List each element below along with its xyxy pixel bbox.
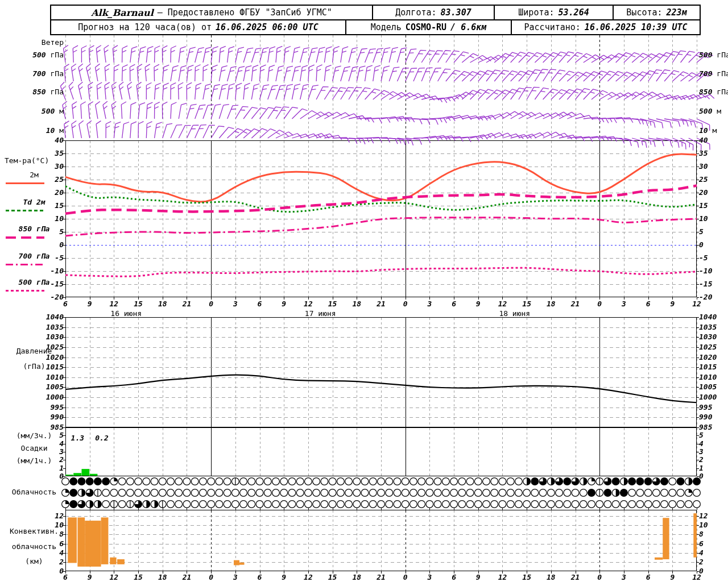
calc-label: Рассчитано:	[524, 22, 581, 32]
pressure-ytick-left: 1010	[5, 373, 64, 381]
hour-label-bottom-axis: 9	[470, 573, 486, 581]
precip-ytick-right: 1	[699, 464, 704, 472]
hour-label-temp-axis: 18	[349, 300, 365, 307]
temp-ytick-left: -10	[5, 267, 64, 275]
hour-label-temp-axis: 12	[106, 300, 122, 307]
hour-label-temp-axis: 9	[470, 300, 486, 307]
hour-label-temp-axis: 6	[252, 300, 268, 307]
wind-level-value: 10	[699, 126, 708, 135]
precip-ytick-right: 5	[699, 431, 704, 439]
pressure-ytick-right: 1005	[699, 383, 717, 390]
hour-label-bottom-axis: 6	[57, 573, 73, 581]
conv-ytick-right: 10	[699, 521, 708, 529]
conv-ytick-right: 2	[699, 558, 704, 566]
precip-ytick-right: 3	[699, 448, 704, 455]
hour-label-temp-axis: 21	[568, 300, 584, 307]
pressure-ytick-right: 1035	[699, 323, 717, 331]
temp-ytick-right: 10	[699, 215, 708, 222]
header-station-cell: Alk_Barnaul — Предоставлено ФГБУ "ЗапСиб…	[51, 6, 372, 19]
hour-label-bottom-axis: 15	[130, 573, 146, 581]
forecast-start-value: 16.06.2025 06:00 UTC	[216, 22, 318, 32]
pressure-ytick-left: 995	[5, 404, 64, 411]
pressure-ytick-left: 985	[5, 423, 64, 431]
latitude-label: Широта:	[518, 7, 554, 18]
station-name: Alk_Barnaul	[91, 7, 154, 18]
hour-label-bottom-axis: 18	[349, 573, 365, 581]
precip-ytick-left: 3	[5, 448, 64, 455]
conv-ytick-left: 8	[5, 530, 64, 538]
latitude-value: 53.264	[559, 7, 589, 18]
day-label: 16 июня	[107, 310, 146, 317]
cloud-panel-title: Облачность	[5, 488, 64, 496]
temp-ytick-right: 40	[699, 136, 708, 144]
wind-level-value: 10	[46, 126, 55, 135]
temp-ytick-right: 5	[699, 228, 704, 235]
hour-label-temp-axis: 21	[179, 300, 195, 307]
precip-ytick-left: 5	[5, 431, 64, 439]
wind-level-unit: гПа	[51, 88, 64, 96]
forecast-label: Прогноз на 120 часа(ов) от	[78, 22, 212, 32]
model-name: COSMO-RU	[406, 22, 446, 32]
legend-line-t850	[6, 236, 44, 239]
wind-level-value: 700	[699, 69, 712, 78]
hour-label-bottom-axis: 0	[398, 573, 413, 581]
hour-label-temp-axis: 3	[616, 300, 632, 307]
hour-label-bottom-axis: 3	[421, 573, 437, 581]
temp-ytick-right: -5	[699, 254, 708, 261]
precip-ytick-left: 2	[5, 456, 64, 463]
day-label: 17 июня	[301, 310, 340, 317]
hour-label-bottom-axis: 21	[568, 573, 584, 581]
hour-label-temp-axis: 18	[543, 300, 559, 307]
pressure-ytick-right: 985	[699, 423, 712, 431]
temp-ytick-left: 15	[5, 202, 64, 209]
hour-label-bottom-axis: 15	[519, 573, 535, 581]
wind-level-unit: м	[717, 107, 721, 115]
wind-level-unit: гПа	[717, 69, 728, 78]
hour-label-bottom-axis: 15	[325, 573, 341, 581]
hour-label-temp-axis: 18	[155, 300, 171, 307]
model-resolution: / 6.6км	[450, 22, 486, 32]
hour-label-temp-axis: 3	[228, 300, 243, 307]
wind-level-value: 500	[32, 51, 46, 59]
wind-level-label: 850 гПа	[5, 88, 64, 96]
hour-label-bottom-axis: 12	[300, 573, 316, 581]
hour-label-bottom-axis: 6	[446, 573, 462, 581]
wind-panel-title: Ветер	[5, 39, 64, 47]
hour-label-temp-axis: 9	[276, 300, 292, 307]
hour-label-temp-axis: 0	[592, 300, 607, 307]
hour-label-temp-axis: 9	[664, 300, 680, 307]
pressure-ytick-left: 1030	[5, 333, 64, 340]
wind-level-unit: гПа	[717, 88, 728, 96]
temp-ytick-left: -5	[5, 254, 64, 261]
wind-level-value: 700	[32, 69, 46, 78]
precip-ytick-right: 4	[699, 440, 704, 447]
temp-ytick-left: 30	[5, 163, 64, 170]
hour-label-temp-axis: 0	[398, 300, 413, 307]
temp-ytick-left: 40	[5, 136, 64, 144]
hour-label-bottom-axis: 18	[155, 573, 171, 581]
hour-label-bottom-axis: 3	[616, 573, 632, 581]
precip-ytick-left: 0	[5, 472, 64, 480]
hour-label-temp-axis: 21	[373, 300, 389, 307]
hour-label-temp-axis: 9	[82, 300, 98, 307]
temp-ytick-left: -20	[5, 293, 64, 301]
wind-level-label: 850 гПа	[699, 88, 728, 96]
hour-label-temp-axis: 12	[494, 300, 510, 307]
hour-label-bottom-axis: 9	[664, 573, 680, 581]
pressure-ytick-left: 1000	[5, 393, 64, 401]
hour-label-temp-axis: 15	[325, 300, 341, 307]
wind-level-unit: м	[712, 126, 717, 135]
precip-sum-label: 1.3	[69, 434, 86, 442]
provider-text: — Предоставлено ФГБУ "ЗапСиб УГМС"	[158, 7, 332, 18]
legend-line-td2m	[6, 210, 44, 211]
altitude-label: Высота:	[626, 7, 662, 18]
hour-label-bottom-axis: 6	[640, 573, 656, 581]
conv-ytick-left: 6	[5, 540, 64, 547]
wind-level-unit: гПа	[51, 51, 64, 59]
conv-ytick-left: 12	[5, 512, 64, 519]
hour-label-temp-axis: 12	[689, 300, 705, 307]
header-forecast-cell: Прогноз на 120 часа(ов) от 16.06.2025 06…	[51, 20, 345, 34]
day-label: 18 июня	[495, 310, 534, 317]
hour-label-bottom-axis: 6	[252, 573, 268, 581]
pressure-ytick-left: 1015	[5, 363, 64, 371]
